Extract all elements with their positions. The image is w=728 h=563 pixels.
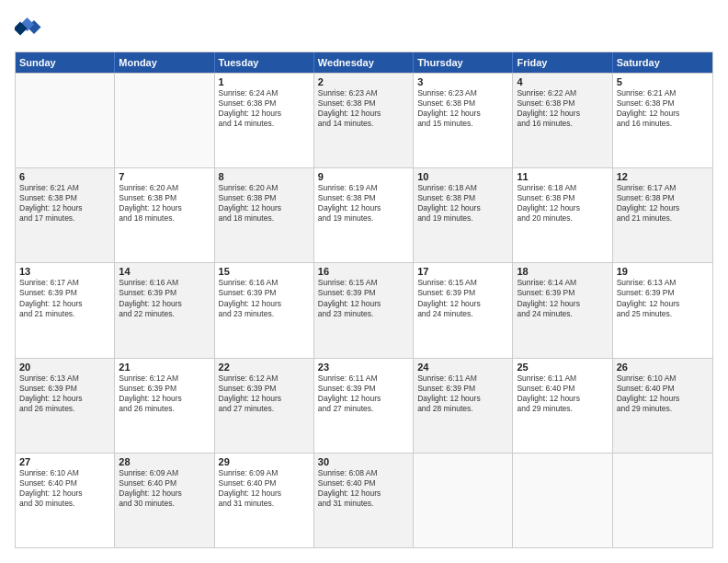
calendar-header: SundayMondayTuesdayWednesdayThursdayFrid… bbox=[16, 52, 712, 73]
cell-line: Daylight: 12 hours bbox=[219, 488, 310, 499]
day-number: 2 bbox=[318, 76, 409, 87]
cell-line: Daylight: 12 hours bbox=[119, 394, 210, 404]
calendar-cell bbox=[115, 74, 214, 167]
cell-line: Sunset: 6:38 PM bbox=[517, 98, 608, 109]
page: SundayMondayTuesdayWednesdayThursdayFrid… bbox=[0, 0, 728, 563]
cell-line: Daylight: 12 hours bbox=[617, 109, 709, 119]
calendar-cell: 12Sunrise: 6:17 AMSunset: 6:38 PMDayligh… bbox=[613, 168, 712, 262]
calendar-cell: 8Sunrise: 6:20 AMSunset: 6:38 PMDaylight… bbox=[215, 168, 314, 262]
cell-line: Sunset: 6:39 PM bbox=[517, 288, 608, 298]
day-number: 29 bbox=[219, 456, 310, 467]
calendar-cell: 25Sunrise: 6:11 AMSunset: 6:40 PMDayligh… bbox=[513, 359, 612, 453]
cell-line: and 17 minutes. bbox=[19, 213, 110, 224]
header-day-saturday: Saturday bbox=[613, 52, 712, 73]
cell-line: and 19 minutes. bbox=[417, 213, 508, 224]
cell-line: Sunset: 6:39 PM bbox=[219, 288, 310, 298]
cell-line: and 27 minutes. bbox=[219, 404, 310, 414]
cell-line: Daylight: 12 hours bbox=[318, 203, 409, 213]
cell-line: Sunrise: 6:16 AM bbox=[119, 278, 210, 288]
cell-line: Sunrise: 6:19 AM bbox=[318, 183, 409, 193]
header-day-friday: Friday bbox=[513, 52, 612, 73]
calendar-cell: 3Sunrise: 6:23 AMSunset: 6:38 PMDaylight… bbox=[414, 74, 513, 167]
day-number: 3 bbox=[417, 76, 508, 87]
cell-line: Sunrise: 6:11 AM bbox=[517, 373, 608, 384]
cell-line: Daylight: 12 hours bbox=[119, 299, 210, 309]
cell-line: and 21 minutes. bbox=[617, 213, 709, 224]
cell-line: Sunset: 6:40 PM bbox=[617, 384, 709, 394]
cell-line: Sunset: 6:38 PM bbox=[517, 193, 608, 203]
calendar-row-2: 6Sunrise: 6:21 AMSunset: 6:38 PMDaylight… bbox=[16, 167, 712, 262]
cell-line: and 23 minutes. bbox=[318, 309, 409, 319]
cell-line: Daylight: 12 hours bbox=[517, 203, 608, 213]
calendar-cell: 18Sunrise: 6:14 AMSunset: 6:39 PMDayligh… bbox=[513, 263, 612, 357]
cell-line: Daylight: 12 hours bbox=[219, 299, 310, 309]
cell-line: Daylight: 12 hours bbox=[517, 299, 608, 309]
day-number: 12 bbox=[617, 171, 709, 182]
calendar-cell: 29Sunrise: 6:09 AMSunset: 6:40 PMDayligh… bbox=[215, 454, 314, 547]
cell-line: and 26 minutes. bbox=[119, 404, 210, 414]
cell-line: Sunset: 6:38 PM bbox=[617, 193, 709, 203]
calendar-cell: 20Sunrise: 6:13 AMSunset: 6:39 PMDayligh… bbox=[16, 359, 115, 453]
cell-line: Sunrise: 6:09 AM bbox=[219, 468, 310, 478]
cell-line: Daylight: 12 hours bbox=[517, 394, 608, 404]
day-number: 8 bbox=[219, 171, 310, 182]
cell-line: Sunset: 6:39 PM bbox=[19, 384, 110, 394]
calendar-cell: 10Sunrise: 6:18 AMSunset: 6:38 PMDayligh… bbox=[414, 168, 513, 262]
calendar-cell: 4Sunrise: 6:22 AMSunset: 6:38 PMDaylight… bbox=[513, 74, 612, 167]
header-day-sunday: Sunday bbox=[16, 52, 115, 73]
cell-line: Sunset: 6:38 PM bbox=[19, 193, 110, 203]
day-number: 18 bbox=[517, 266, 608, 277]
day-number: 1 bbox=[219, 76, 310, 87]
cell-line: Sunset: 6:39 PM bbox=[318, 384, 409, 394]
calendar-cell: 26Sunrise: 6:10 AMSunset: 6:40 PMDayligh… bbox=[613, 359, 712, 453]
calendar-cell: 15Sunrise: 6:16 AMSunset: 6:39 PMDayligh… bbox=[215, 263, 314, 357]
cell-line: and 29 minutes. bbox=[517, 404, 608, 414]
cell-line: Sunset: 6:40 PM bbox=[19, 478, 110, 488]
cell-line: Daylight: 12 hours bbox=[417, 394, 508, 404]
cell-line: Sunrise: 6:09 AM bbox=[119, 468, 210, 478]
cell-line: and 23 minutes. bbox=[219, 309, 310, 319]
calendar-cell bbox=[16, 74, 115, 167]
cell-line: Daylight: 12 hours bbox=[617, 203, 709, 213]
calendar-cell: 11Sunrise: 6:18 AMSunset: 6:38 PMDayligh… bbox=[513, 168, 612, 262]
cell-line: Daylight: 12 hours bbox=[318, 488, 409, 499]
cell-line: Sunset: 6:40 PM bbox=[318, 478, 409, 488]
cell-line: and 14 minutes. bbox=[318, 119, 409, 129]
cell-line: Sunrise: 6:17 AM bbox=[19, 278, 110, 288]
cell-line: Sunset: 6:38 PM bbox=[318, 98, 409, 109]
day-number: 10 bbox=[417, 171, 508, 182]
cell-line: and 19 minutes. bbox=[318, 213, 409, 224]
calendar-cell: 6Sunrise: 6:21 AMSunset: 6:38 PMDaylight… bbox=[16, 168, 115, 262]
logo bbox=[15, 15, 46, 42]
cell-line: Daylight: 12 hours bbox=[318, 394, 409, 404]
day-number: 20 bbox=[19, 362, 110, 373]
cell-line: Sunset: 6:40 PM bbox=[219, 478, 310, 488]
cell-line: Sunrise: 6:11 AM bbox=[417, 373, 508, 384]
day-number: 6 bbox=[19, 171, 110, 182]
cell-line: Sunrise: 6:10 AM bbox=[19, 468, 110, 478]
cell-line: Sunrise: 6:20 AM bbox=[119, 183, 210, 193]
cell-line: and 15 minutes. bbox=[417, 119, 508, 129]
cell-line: Sunset: 6:39 PM bbox=[19, 288, 110, 298]
cell-line: Sunrise: 6:24 AM bbox=[219, 88, 310, 98]
day-number: 25 bbox=[517, 362, 608, 373]
cell-line: Sunset: 6:38 PM bbox=[219, 193, 310, 203]
cell-line: Sunset: 6:38 PM bbox=[417, 193, 508, 203]
cell-line: Daylight: 12 hours bbox=[417, 109, 508, 119]
calendar-cell: 2Sunrise: 6:23 AMSunset: 6:38 PMDaylight… bbox=[314, 74, 414, 167]
cell-line: and 20 minutes. bbox=[517, 213, 608, 224]
cell-line: Sunset: 6:38 PM bbox=[318, 193, 409, 203]
cell-line: Daylight: 12 hours bbox=[19, 299, 110, 309]
header-day-tuesday: Tuesday bbox=[215, 52, 314, 73]
cell-line: Sunset: 6:39 PM bbox=[119, 384, 210, 394]
day-number: 30 bbox=[318, 456, 409, 467]
cell-line: and 24 minutes. bbox=[417, 309, 508, 319]
day-number: 16 bbox=[318, 266, 409, 277]
cell-line: and 29 minutes. bbox=[617, 404, 709, 414]
cell-line: Sunset: 6:40 PM bbox=[517, 384, 608, 394]
cell-line: and 27 minutes. bbox=[318, 404, 409, 414]
day-number: 13 bbox=[19, 266, 110, 277]
cell-line: Sunset: 6:38 PM bbox=[119, 193, 210, 203]
calendar-cell bbox=[414, 454, 513, 547]
cell-line: Sunrise: 6:10 AM bbox=[617, 373, 709, 384]
